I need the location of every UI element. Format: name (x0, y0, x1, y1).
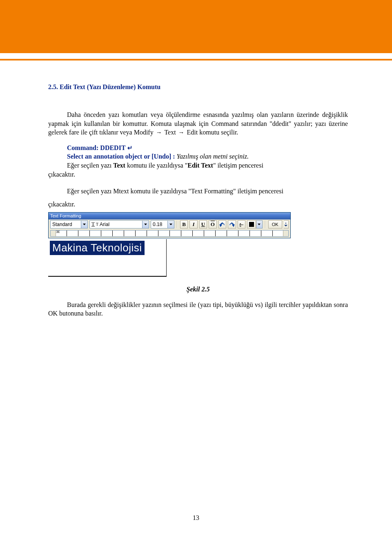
figure-text-formatting: Text Formatting Standard TT Arial (48, 212, 348, 277)
chevron-down-icon (258, 224, 261, 225)
stack-icon: a b (239, 222, 244, 227)
mtext-paragraph: Eğer seçilen yazı Mtext komutu ile yazıl… (48, 187, 348, 196)
redo-icon (229, 222, 235, 227)
svg-marker-1 (144, 224, 147, 225)
left-indent-marker[interactable] (56, 231, 60, 233)
svg-marker-2 (169, 224, 172, 225)
header-orange-banner (0, 0, 392, 53)
height-combo[interactable]: 0.18 (151, 220, 174, 228)
style-combo[interactable]: Standard (50, 220, 88, 228)
command-line-2-note: Yazılmış olan metni seçiniz. (177, 153, 249, 160)
toolbar-row: Standard TT Arial 0.18 (49, 219, 290, 229)
text-formatting-window: Text Formatting Standard TT Arial (48, 212, 291, 238)
svg-marker-8 (284, 225, 287, 226)
command-line-2-prompt: Select an annotation object or [Undo] : (67, 153, 175, 160)
para3-text: Eğer seçilen yazı Mtext komutu ile yazıl… (67, 188, 283, 195)
result-text-bold-1: Text (113, 162, 125, 169)
command-line-1: Command: DDEDIT (67, 144, 126, 151)
result-text-a: Eğer seçilen yazı (67, 162, 113, 169)
ruler-row (49, 229, 290, 238)
command-block: Command: DDEDIT ↵ Select an annotation o… (48, 143, 348, 179)
undo-button[interactable] (218, 220, 226, 228)
bold-button[interactable]: B (180, 220, 188, 228)
overline-button[interactable]: O (209, 220, 216, 228)
closing-paragraph: Burada gerekli değişiklikler yazının seç… (48, 300, 348, 318)
undo-icon (219, 222, 225, 227)
intro-paragraph: Daha önceden yazı komutları veya ölçülen… (48, 110, 348, 137)
figure-caption: Şekil 2.5 (48, 286, 348, 293)
enter-icon: ↵ (127, 144, 133, 151)
result-text-b: komutu ile yazıldıysa " (125, 162, 187, 169)
chevron-down-icon (83, 224, 86, 225)
command-result-end: çıkacaktır. (48, 170, 348, 179)
redo-button[interactable] (228, 220, 236, 228)
command-result: Eğer seçilen yazı Text komutu ile yazıld… (48, 161, 348, 170)
mtext-editor-area[interactable]: Makina Teknolojisi (48, 239, 167, 277)
overflow-icon (284, 222, 287, 227)
selected-text[interactable]: Makina Teknolojisi (50, 241, 145, 255)
font-dropdown-button[interactable] (143, 220, 149, 228)
arrow-right-icon: → (178, 129, 185, 136)
overflow-button[interactable] (284, 220, 289, 228)
italic-button[interactable]: I (189, 220, 197, 228)
color-combo[interactable] (247, 220, 263, 228)
arrow-right-icon: → (155, 129, 163, 136)
style-dropdown-button[interactable] (81, 220, 88, 228)
font-combo[interactable]: TT Arial (89, 220, 149, 228)
underline-button[interactable]: U (199, 220, 207, 228)
chevron-down-icon (169, 224, 172, 225)
svg-marker-0 (83, 224, 86, 225)
svg-point-7 (285, 223, 286, 224)
separator (177, 221, 178, 228)
window-titlebar: Text Formatting (49, 213, 290, 219)
height-dropdown-button[interactable] (168, 220, 174, 228)
color-dropdown-button[interactable] (256, 220, 263, 228)
page-content: 2.5. Edit Text (Yazı Düzenleme) Komutu D… (0, 60, 392, 318)
chevron-down-icon (144, 224, 147, 225)
para1-text-c: Edit komutu seçilir. (185, 129, 238, 136)
closing-text: Burada gerekli değişiklikler yazının seç… (48, 301, 348, 317)
font-value: Arial (100, 222, 109, 227)
mtext-paragraph-end: çıkacaktır. (48, 201, 348, 208)
para1-text-b: Text (163, 129, 178, 136)
svg-marker-6 (258, 224, 261, 225)
font-display[interactable]: TT Arial (89, 220, 143, 228)
ruler[interactable] (50, 230, 289, 237)
svg-text:b: b (240, 225, 241, 227)
ok-button[interactable]: OK (268, 220, 282, 228)
style-value[interactable]: Standard (50, 220, 81, 228)
result-text-bold-2: Edit Text (187, 162, 213, 169)
color-swatch[interactable] (247, 220, 256, 228)
result-text-c: " iletişim penceresi (213, 162, 263, 169)
stack-button[interactable]: a b (238, 220, 245, 228)
page-number: 13 (0, 514, 392, 522)
separator (265, 221, 266, 228)
section-heading: 2.5. Edit Text (Yazı Düzenleme) Komutu (48, 83, 348, 91)
height-value[interactable]: 0.18 (151, 220, 168, 228)
